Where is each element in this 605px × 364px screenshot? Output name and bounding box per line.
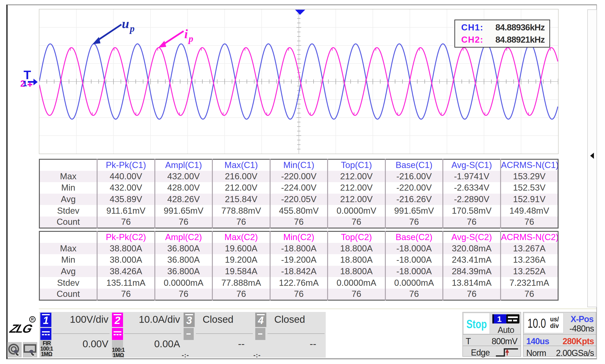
svg-text:i: i xyxy=(184,27,188,41)
svg-text:p: p xyxy=(188,33,193,44)
svg-text:u: u xyxy=(122,16,129,31)
svg-text:1: 1 xyxy=(23,79,27,88)
svg-text:p: p xyxy=(129,23,135,34)
